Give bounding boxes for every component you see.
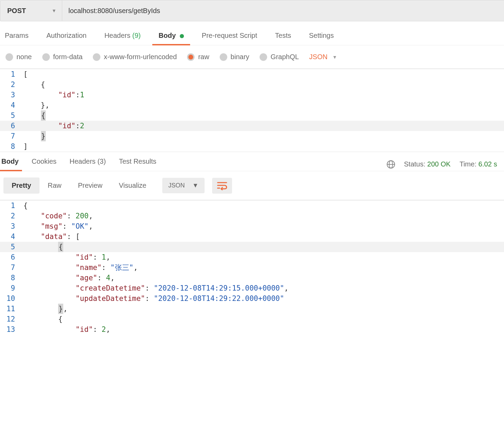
- code-token: {: [58, 242, 63, 252]
- chevron-down-icon: ▼: [193, 182, 199, 189]
- radio-form-data-label: form-data: [53, 53, 83, 61]
- request-tabs: Params Authorization Headers (9) Body Pr…: [0, 24, 504, 45]
- response-tab-headers-label: Headers: [69, 158, 96, 165]
- line-number: 7: [0, 131, 23, 141]
- radio-none[interactable]: none: [6, 53, 32, 61]
- code-token: {: [58, 315, 63, 323]
- code-value: "2020-12-08T14:29:22.000+0000": [154, 294, 284, 303]
- line-number: 5: [0, 242, 23, 252]
- line-number: 8: [0, 273, 23, 283]
- line-number: 6: [0, 252, 23, 262]
- response-tab-cookies[interactable]: Cookies: [30, 158, 58, 171]
- response-tab-body[interactable]: Body: [0, 158, 20, 171]
- radio-icon: [93, 53, 100, 61]
- chevron-down-icon: ▼: [52, 8, 56, 13]
- response-tab-headers[interactable]: Headers (3): [68, 158, 107, 171]
- body-modified-indicator: [180, 34, 184, 38]
- code-key: "data": [41, 232, 67, 241]
- tab-authorization[interactable]: Authorization: [45, 28, 88, 45]
- tab-headers-count: (9): [132, 32, 141, 39]
- radio-raw[interactable]: raw: [187, 53, 209, 61]
- radio-icon: [42, 53, 50, 61]
- line-number: 12: [0, 314, 23, 324]
- code-token: },: [41, 101, 50, 109]
- wrap-lines-button[interactable]: [212, 178, 232, 194]
- view-preview[interactable]: Preview: [70, 177, 111, 194]
- line-number: 4: [0, 100, 23, 110]
- tab-settings[interactable]: Settings: [308, 28, 335, 45]
- view-raw[interactable]: Raw: [40, 177, 70, 194]
- tab-params[interactable]: Params: [3, 28, 30, 45]
- code-token: }: [41, 131, 46, 141]
- line-number: 3: [0, 221, 23, 231]
- time-label: Time:: [460, 160, 476, 168]
- radio-form-data[interactable]: form-data: [42, 53, 83, 61]
- radio-graphql[interactable]: GraphQL: [260, 53, 299, 61]
- tab-headers[interactable]: Headers (9): [103, 28, 142, 45]
- method-value: POST: [7, 7, 26, 15]
- body-format-value: JSON: [309, 53, 327, 61]
- code-key: "id": [76, 325, 93, 334]
- code-value: "2020-12-08T14:29:15.000+0000": [154, 284, 284, 292]
- request-body-editor[interactable]: 1[ 2 { 3 "id":1 4 }, 5 { 6 "id":2 7 } 8]: [0, 69, 504, 152]
- line-number: 5: [0, 110, 23, 121]
- radio-raw-label: raw: [198, 53, 209, 61]
- line-number: 9: [0, 283, 23, 293]
- view-visualize[interactable]: Visualize: [111, 177, 155, 194]
- line-number: 2: [0, 79, 23, 90]
- line-number: 1: [0, 69, 23, 79]
- response-tab-test-results[interactable]: Test Results: [118, 158, 158, 171]
- code-key: "createDatetime": [76, 284, 145, 292]
- tab-headers-label: Headers: [105, 32, 131, 39]
- response-view-bar: Pretty Raw Preview Visualize JSON ▼: [0, 171, 504, 200]
- tab-body[interactable]: Body: [157, 28, 185, 45]
- chevron-down-icon: ▼: [332, 54, 337, 60]
- code-key: "age": [76, 274, 97, 282]
- globe-icon[interactable]: [387, 160, 395, 169]
- line-number: 6: [0, 121, 23, 131]
- code-value: 1: [80, 91, 84, 99]
- method-select[interactable]: POST ▼: [0, 0, 62, 21]
- radio-urlencoded[interactable]: x-www-form-urlencoded: [93, 53, 177, 61]
- code-token: {: [41, 110, 46, 121]
- tab-prerequest[interactable]: Pre-request Script: [200, 28, 259, 45]
- radio-binary-label: binary: [231, 53, 249, 61]
- radio-icon: [260, 53, 267, 61]
- response-tabs: Body Cookies Headers (3) Test Results St…: [0, 152, 504, 171]
- code-token: [: [23, 70, 28, 78]
- url-input[interactable]: localhost:8080/users/getByIds: [62, 0, 504, 21]
- view-pretty[interactable]: Pretty: [3, 177, 40, 194]
- code-key: "code": [41, 212, 67, 220]
- response-format-value: JSON: [168, 182, 185, 189]
- radio-icon: [220, 53, 227, 61]
- code-token: }: [58, 304, 63, 314]
- radio-graphql-label: GraphQL: [271, 53, 299, 61]
- line-number: 3: [0, 90, 23, 100]
- radio-icon: [187, 53, 195, 61]
- code-key: "id": [58, 91, 76, 99]
- body-format-select[interactable]: JSON ▼: [309, 53, 337, 61]
- line-number: 11: [0, 304, 23, 314]
- code-value: 200: [76, 212, 89, 220]
- wrap-icon: [217, 181, 227, 190]
- code-token: {: [41, 80, 45, 89]
- status-section: Status: 200 OK: [404, 160, 451, 168]
- code-value: 4: [106, 274, 110, 282]
- response-meta: Status: 200 OK Time: 6.02 s: [387, 160, 501, 169]
- tab-tests[interactable]: Tests: [274, 28, 293, 45]
- code-key: "id": [58, 122, 76, 130]
- code-token: ]: [23, 142, 28, 151]
- response-body-viewer[interactable]: 1{ 2 "code": 200, 3 "msg": "OK", 4 "data…: [0, 200, 504, 335]
- code-key: "updateDatetime": [76, 294, 145, 303]
- radio-binary[interactable]: binary: [220, 53, 249, 61]
- code-value: 2: [102, 325, 106, 334]
- line-number: 7: [0, 262, 23, 273]
- line-number: 8: [0, 141, 23, 152]
- line-number: 2: [0, 211, 23, 221]
- time-value: 6.02 s: [479, 160, 497, 168]
- response-format-select[interactable]: JSON ▼: [162, 178, 205, 193]
- tab-body-label: Body: [158, 32, 176, 39]
- line-number: 10: [0, 293, 23, 304]
- code-key: "name": [76, 263, 102, 272]
- code-key: "id": [76, 253, 93, 261]
